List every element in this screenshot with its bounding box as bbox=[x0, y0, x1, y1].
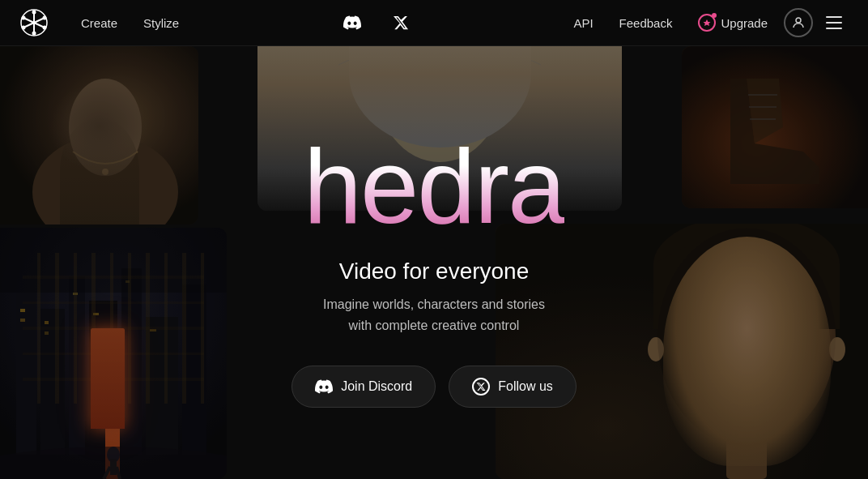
svg-point-5 bbox=[32, 32, 36, 36]
hero-content: hedra Video for everyone Imagine worlds,… bbox=[0, 46, 868, 479]
hero-description-line1: Imagine worlds, characters and stories bbox=[323, 297, 545, 311]
menu-line-3 bbox=[826, 28, 842, 29]
nav-api-link[interactable]: API bbox=[564, 11, 602, 35]
follow-us-button[interactable]: Follow us bbox=[449, 366, 577, 408]
upgrade-button[interactable]: Upgrade bbox=[688, 9, 777, 36]
x-circle-icon bbox=[472, 378, 490, 396]
join-discord-label: Join Discord bbox=[341, 379, 412, 394]
nav-links-left: Create Stylize bbox=[71, 11, 189, 35]
x-twitter-nav-button[interactable] bbox=[386, 8, 415, 37]
hero-section: hedra Video for everyone Imagine worlds,… bbox=[0, 0, 868, 479]
hero-title: hedra bbox=[304, 134, 565, 239]
nav-links-right: API Feedback Upgrade bbox=[564, 8, 849, 37]
hero-description-line2: with complete creative control bbox=[349, 319, 520, 332]
hero-description: Imagine worlds, characters and stories w… bbox=[323, 294, 545, 336]
follow-us-label: Follow us bbox=[498, 379, 553, 394]
svg-point-10 bbox=[796, 18, 801, 23]
logo[interactable] bbox=[19, 8, 49, 37]
svg-point-8 bbox=[43, 16, 47, 20]
upgrade-label: Upgrade bbox=[721, 16, 768, 30]
svg-point-6 bbox=[22, 16, 26, 20]
hamburger-menu-button[interactable] bbox=[819, 8, 849, 37]
user-account-button[interactable] bbox=[784, 8, 813, 37]
hero-subtitle: Video for everyone bbox=[339, 259, 530, 284]
svg-point-4 bbox=[32, 11, 36, 15]
menu-line-2 bbox=[826, 22, 842, 24]
nav-stylize-link[interactable]: Stylize bbox=[134, 11, 189, 35]
discord-button-icon bbox=[315, 378, 333, 396]
svg-point-9 bbox=[22, 26, 26, 30]
join-discord-button[interactable]: Join Discord bbox=[291, 366, 436, 408]
navbar: Create Stylize API Feedback Upgrade bbox=[0, 0, 868, 46]
upgrade-icon bbox=[698, 14, 716, 32]
hero-cta-buttons: Join Discord Follow us bbox=[291, 366, 577, 408]
discord-nav-button[interactable] bbox=[338, 8, 367, 37]
menu-line-1 bbox=[826, 16, 842, 18]
nav-feedback-link[interactable]: Feedback bbox=[610, 11, 683, 35]
nav-create-link[interactable]: Create bbox=[71, 11, 127, 35]
svg-point-7 bbox=[43, 26, 47, 30]
x-button-icon bbox=[472, 378, 490, 396]
nav-center-icons bbox=[189, 8, 564, 37]
